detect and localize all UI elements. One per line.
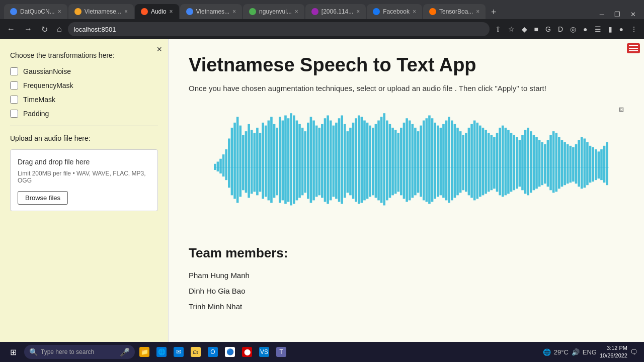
taskbar-explorer-icon[interactable]: 📁 xyxy=(137,344,152,359)
sidebar-icon[interactable]: ▮ xyxy=(606,23,615,35)
reload-button[interactable]: ↻ xyxy=(38,23,51,36)
page-content: × Choose the transformations here: Gauss… xyxy=(0,39,644,342)
hamburger-menu-button[interactable] xyxy=(627,43,640,53)
tab-2006[interactable]: [2006.114... × xyxy=(305,4,366,19)
waveform-container: ⧈ xyxy=(189,105,624,230)
minimize-button[interactable]: ─ xyxy=(596,10,608,19)
mail-icon: ✉ xyxy=(174,347,184,357)
taskbar-edge-icon[interactable]: 🌐 xyxy=(154,344,169,359)
padding-label: Padding xyxy=(23,110,49,118)
speaker-icon[interactable]: 🔊 xyxy=(572,348,580,356)
taskbar-time-text: 3:12 PM xyxy=(600,344,627,352)
files-icon: 🗂 xyxy=(191,347,201,357)
profile-icon[interactable]: ● xyxy=(617,23,626,35)
frequency-mask-label: FrequencyMask xyxy=(23,81,73,89)
tab-vietnamese2[interactable]: Vietnames... × xyxy=(180,4,243,19)
taskbar-clock[interactable]: 3:12 PM 10/26/2022 xyxy=(600,344,627,360)
taskbar-vscode-icon[interactable]: VS xyxy=(257,344,272,359)
extensions-button[interactable]: ☰ xyxy=(592,23,604,35)
padding-checkbox[interactable] xyxy=(10,110,18,118)
team-member: Pham Hung Manh xyxy=(189,271,624,280)
tab-nguyenvul[interactable]: nguyenvul... × xyxy=(243,4,304,19)
gaussian-noise-checkbox[interactable] xyxy=(10,67,18,75)
tab-label: nguyenvul... xyxy=(259,8,292,15)
tab-close-icon[interactable]: × xyxy=(124,8,128,15)
taskbar: ⊞ 🔍 Type here to search 🎤 📁 🌐 ✉ 🗂 O 🔵 ⬤ … xyxy=(0,342,644,362)
hamburger-line-1 xyxy=(629,45,638,46)
navigation-bar: ← → ↻ ⌂ localhost:8501 ⇧ ☆ ◆ ■ G D ◎ ● ☰… xyxy=(0,19,644,39)
tab-favicon xyxy=(311,8,318,15)
extension3-icon[interactable]: G xyxy=(543,23,553,35)
team-member: Trinh Minh Nhat xyxy=(189,302,624,311)
taskbar-teams-icon[interactable]: T xyxy=(274,344,289,359)
share-icon[interactable]: ⇧ xyxy=(493,23,504,35)
edge-icon: 🌐 xyxy=(156,347,167,357)
bookmark-icon[interactable]: ☆ xyxy=(506,23,517,35)
extension6-icon[interactable]: ● xyxy=(581,23,590,35)
taskbar-app6-icon[interactable]: ⬤ xyxy=(239,344,255,359)
taskbar-search-icon: 🔍 xyxy=(29,348,38,356)
network-icon[interactable]: 🌐 xyxy=(543,348,551,356)
tab-audio[interactable]: Audio × xyxy=(135,4,179,19)
time-mask-label: TimeMask xyxy=(23,96,55,104)
tab-tensorboard[interactable]: TensorBoa... × xyxy=(423,4,486,19)
padding-item: Padding xyxy=(10,110,158,118)
page-subtitle: Once you have chosen augmentation techni… xyxy=(189,84,624,93)
tab-facebook[interactable]: Facebook × xyxy=(367,4,422,19)
back-button[interactable]: ← xyxy=(4,23,18,36)
time-mask-checkbox[interactable] xyxy=(10,96,18,104)
tab-favicon xyxy=(74,8,82,15)
drop-zone[interactable]: Drag and drop file here Limit 200MB per … xyxy=(10,149,158,211)
menu-icon[interactable]: ⋮ xyxy=(628,23,640,35)
page-title: Vietnamese Speech to Text App xyxy=(189,54,624,76)
home-button[interactable]: ⌂ xyxy=(54,23,65,36)
extension4-icon[interactable]: D xyxy=(555,23,566,35)
restore-button[interactable]: ❐ xyxy=(610,10,624,19)
forward-button[interactable]: → xyxy=(21,23,35,36)
sidebar-divider xyxy=(10,126,158,126)
drop-zone-title: Drag and drop file here xyxy=(18,158,150,166)
hamburger-line-2 xyxy=(629,48,638,49)
extension2-icon[interactable]: ■ xyxy=(532,23,541,35)
tab-close-icon[interactable]: × xyxy=(295,8,298,15)
window-controls: ─ ❐ ✕ xyxy=(596,10,640,19)
extension5-icon[interactable]: ◎ xyxy=(568,23,579,35)
taskbar-outlook-icon[interactable]: O xyxy=(205,344,220,359)
taskbar-files-icon[interactable]: 🗂 xyxy=(188,344,203,359)
taskbar-mail-icon[interactable]: ✉ xyxy=(171,344,186,359)
tab-close-icon[interactable]: × xyxy=(356,8,360,15)
browse-files-button[interactable]: Browse files xyxy=(18,191,68,205)
explorer-icon: 📁 xyxy=(139,347,149,357)
tab-close-icon[interactable]: × xyxy=(58,8,61,15)
tab-vietnamese1[interactable]: Vietnamese... × xyxy=(68,4,134,19)
taskbar-date-text: 10/26/2022 xyxy=(600,352,627,359)
new-tab-button[interactable]: + xyxy=(487,5,501,19)
tab-favicon xyxy=(373,8,380,15)
vscode-icon: VS xyxy=(259,347,269,357)
extension1-icon[interactable]: ◆ xyxy=(519,23,530,35)
outlook-icon: O xyxy=(208,347,218,357)
tab-label: TensorBoa... xyxy=(439,8,473,15)
taskbar-search[interactable]: 🔍 Type here to search 🎤 xyxy=(24,345,135,359)
tab-close-icon[interactable]: × xyxy=(476,8,479,15)
tab-datquocn[interactable]: DatQuoCN... × xyxy=(4,4,67,19)
tab-close-icon[interactable]: × xyxy=(413,8,416,15)
team-member: Dinh Ho Gia Bao xyxy=(189,287,624,295)
app6-icon: ⬤ xyxy=(242,347,252,357)
waveform-expand-icon[interactable]: ⧈ xyxy=(619,105,624,114)
start-button[interactable]: ⊞ xyxy=(4,343,22,361)
tab-close-icon[interactable]: × xyxy=(232,8,236,15)
address-bar[interactable]: localhost:8501 xyxy=(68,22,490,36)
notification-icon[interactable]: 🗨 xyxy=(630,348,637,356)
hamburger-line-3 xyxy=(629,50,638,51)
tab-favicon xyxy=(429,8,436,15)
frequency-mask-checkbox[interactable] xyxy=(10,81,18,89)
time-mask-item: TimeMask xyxy=(10,96,158,104)
tab-close-icon[interactable]: × xyxy=(170,8,173,15)
sidebar-close-button[interactable]: × xyxy=(156,44,162,55)
teams-icon: T xyxy=(276,347,286,357)
close-button[interactable]: ✕ xyxy=(626,10,640,19)
taskbar-chrome-icon[interactable]: 🔵 xyxy=(222,344,237,359)
tab-favicon xyxy=(249,8,256,15)
transformations-label: Choose the transformations here: xyxy=(10,51,158,59)
